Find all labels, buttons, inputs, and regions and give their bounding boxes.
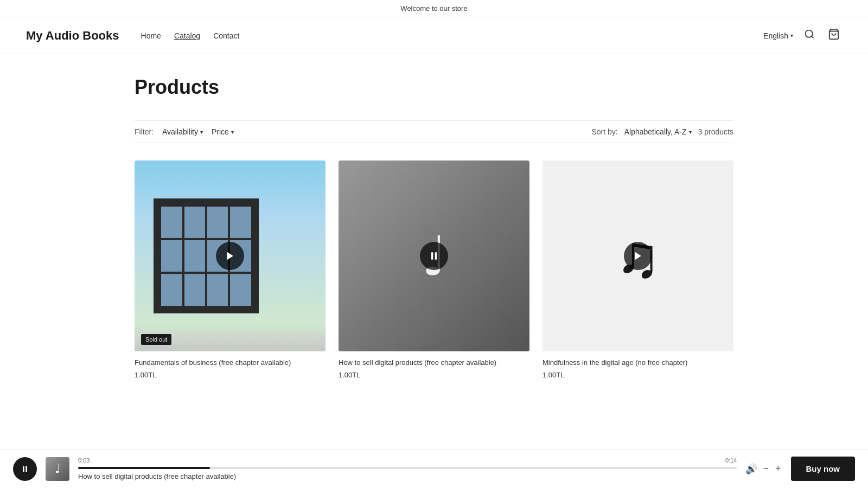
header-right: English ▾ [763,26,842,45]
filter-left: Filter: Availability ▾ Price ▾ [135,127,234,136]
product-card[interactable]: ♩ How to sell digital products (free cha… [339,160,529,379]
sort-label: Sort by: [591,127,617,136]
filter-bar: Filter: Availability ▾ Price ▾ Sort by: … [135,120,733,143]
product-price: 1.00TL [135,371,326,379]
product-price: 1.00TL [542,371,733,379]
nav-catalog[interactable]: Catalog [174,31,200,40]
product-card[interactable]: Sold out Fundamentals of business (free … [135,160,326,379]
cart-button[interactable] [826,26,842,45]
nav-contact[interactable]: Contact [213,31,239,40]
pause-button[interactable] [420,242,448,270]
header: My Audio Books Home Catalog Contact Engl… [0,17,868,54]
play-icon [633,251,643,261]
search-icon [804,29,815,40]
product-name: How to sell digital products (free chapt… [339,358,529,368]
search-button[interactable] [802,27,817,44]
product-price: 1.00TL [339,371,529,379]
svg-rect-5 [435,252,437,259]
product-name: Fundamentals of business (free chapter a… [135,358,326,368]
price-filter[interactable]: Price ▾ [212,127,234,136]
svg-rect-4 [431,252,433,259]
play-button[interactable] [216,242,244,270]
play-icon [225,251,235,261]
chevron-down-icon: ▾ [200,129,203,135]
nav-home[interactable]: Home [141,31,161,40]
svg-marker-6 [635,252,641,260]
product-count: 3 products [698,127,733,136]
page-title: Products [135,76,733,99]
product-name: Mindfulness in the digital age (no free … [542,358,733,368]
svg-marker-3 [227,252,233,260]
brand-logo[interactable]: My Audio Books [26,29,119,43]
pause-icon [429,251,439,261]
cart-icon [828,28,840,40]
play-button[interactable] [624,242,652,270]
filter-right: Sort by: Alphabetically, A-Z ▾ 3 product… [591,127,733,136]
availability-filter[interactable]: Availability ▾ [162,127,203,136]
header-left: My Audio Books Home Catalog Contact [26,29,239,43]
filter-label: Filter: [135,127,154,136]
svg-point-0 [806,30,813,37]
sort-selector[interactable]: Alphabetically, A-Z ▾ [624,127,692,136]
product-image-wrap: Sold out [135,160,326,351]
sold-out-badge: Sold out [141,334,171,345]
product-image-wrap: ♩ [339,160,529,351]
chevron-down-icon: ▾ [231,129,234,135]
product-grid: Sold out Fundamentals of business (free … [135,160,733,379]
chevron-down-icon: ▾ [790,33,793,38]
main-content: Products Filter: Availability ▾ Price ▾ … [108,54,760,433]
svg-line-1 [812,36,814,38]
product-card[interactable]: ♫ Mindfulness in the digital age (no fre… [542,160,733,379]
language-selector[interactable]: English ▾ [763,31,793,40]
welcome-banner: Welcome to our store [0,0,868,17]
chevron-down-icon: ▾ [689,129,692,135]
main-nav: Home Catalog Contact [141,31,240,40]
product-image-wrap: ♫ [542,160,733,351]
